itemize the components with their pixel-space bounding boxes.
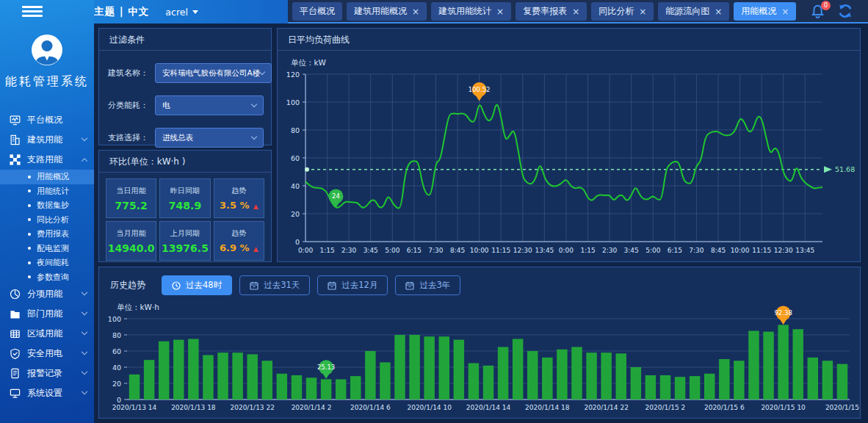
close-icon[interactable]: × [412,7,419,16]
refresh-icon[interactable] [837,3,853,21]
chevron-down-icon [251,101,257,107]
sidebar-item-subitem-energy[interactable]: 分项用能 [0,284,94,304]
close-icon[interactable]: × [572,7,579,16]
tab-energy-overview[interactable]: 用能概况 × [734,2,796,21]
energy-type-label: 分类能耗： [108,100,155,111]
building-name-select[interactable]: 安科瑞电气股份有限公司A楼 [155,63,272,83]
clock-icon [172,281,181,290]
filter-row-circuit: 支路选择： 进线总表 [108,128,264,148]
sidebar-item-electrical-safety[interactable]: 安全用电 [0,344,94,364]
hamburger-menu-icon[interactable] [22,6,43,18]
branch-submenu: 用能概况 用能统计 数据集抄 同比分析 费用报表 配电监测 夜间能耗 参数查询 [0,170,94,284]
tab-platform-overview[interactable]: 平台概况 [292,2,342,21]
tab-energy-flow-diagram[interactable]: 能源流向图 × [658,2,729,21]
submenu-item-parameter-query[interactable]: 参数查询 [0,270,94,285]
sidebar-item-region-energy[interactable]: 区域用能 [0,324,94,344]
circuit-select[interactable]: 进线总表 [155,128,264,148]
submenu-item-night-energy[interactable]: 夜间能耗 [0,256,94,270]
load-curve-chart: 0:001:152:303:455:006:157:308:4510:0011:… [281,68,859,261]
svg-text:1:15: 1:15 [580,247,595,254]
submenu-item-distribution-monitor[interactable]: 配电监测 [0,242,94,256]
user-dropdown[interactable]: acrel [165,7,198,18]
submenu-item-energy-statistics[interactable]: 用能统计 [0,184,94,199]
sidebar-item-platform-overview[interactable]: 平台概况 [0,110,94,130]
sidebar-item-branch-energy[interactable]: 支路用能 [0,150,94,170]
chevron-down-icon [251,134,257,140]
bullet-icon [28,218,31,221]
app-title: 能耗管理系统 [0,74,94,90]
notification-bell-icon[interactable]: 0 [810,4,825,21]
svg-text:60: 60 [291,154,300,162]
tab-building-energy-overview[interactable]: 建筑用能概况 × [347,2,427,21]
pie-icon [10,289,21,300]
svg-text:7:30: 7:30 [428,247,443,254]
svg-text:25.13: 25.13 [317,364,335,371]
svg-text:40: 40 [112,364,121,372]
calendar-icon [250,281,258,290]
tab-building-energy-statistics[interactable]: 建筑用能统计 × [431,2,511,21]
svg-text:2020/1/13 18: 2020/1/13 18 [171,404,216,411]
sidebar-item-system-settings[interactable]: 系统设置 [0,383,94,403]
chevron-down-icon [82,308,87,314]
svg-text:3:45: 3:45 [624,247,639,254]
tab-yoy-analysis[interactable]: 同比分析 × [591,2,654,21]
range-button-31d[interactable]: 过去31天 [239,275,310,295]
svg-text:80: 80 [291,126,300,134]
svg-text:92.38: 92.38 [774,309,792,317]
svg-text:2:30: 2:30 [341,247,356,254]
sidebar-item-alarm-records[interactable]: 报警记录 [0,364,94,383]
sidebar-item-building-energy[interactable]: 建筑用能 [0,130,94,150]
ring-panel-title: 环比(单位：kW·h ) [99,151,271,173]
svg-text:0:00: 0:00 [559,247,574,254]
tab-tariff-report[interactable]: 复费率报表 × [516,2,587,21]
svg-text:51.68: 51.68 [835,165,855,173]
topbar-actions: 0 [810,2,868,21]
svg-text:2020/1/14 6: 2020/1/14 6 [350,404,391,411]
filter-row-energy-type: 分类能耗： 电 [108,95,264,115]
filter-row-building: 建筑名称： 安科瑞电气股份有限公司A楼 [108,63,264,83]
monitor-icon [10,115,21,126]
svg-text:13:45: 13:45 [795,247,814,254]
sidebar-item-department-energy[interactable]: 部门用能 [0,304,94,324]
range-button-12m[interactable]: 过去12月 [317,275,388,295]
svg-text:1:15: 1:15 [319,247,334,254]
range-button-3y[interactable]: 过去3年 [395,275,460,295]
load-curve-title: 日平均负荷曲线 [278,29,860,51]
svg-text:5:00: 5:00 [645,247,660,254]
submenu-item-cost-report[interactable]: 费用报表 [0,227,94,242]
svg-text:0: 0 [295,238,300,246]
theme-language-switcher[interactable]: 主题 | 中文 [94,5,149,18]
close-icon[interactable]: × [781,7,789,16]
svg-text:12:30: 12:30 [774,247,793,254]
svg-text:11:15: 11:15 [752,247,771,254]
submenu-item-data-collection[interactable]: 数据集抄 [0,198,94,213]
svg-text:6:15: 6:15 [407,247,422,254]
energy-type-select[interactable]: 电 [155,95,264,115]
close-icon[interactable]: × [496,7,504,16]
history-title: 历史趋势 [110,279,145,292]
bullet-icon [28,189,31,192]
svg-text:2020/1/15 10: 2020/1/15 10 [761,404,806,411]
svg-text:20: 20 [112,380,121,388]
history-trend-panel: 历史趋势 过去48时 过去31天 过去12月 过去3年 单位：kW·h 0204… [98,267,861,419]
svg-text:11:15: 11:15 [491,247,510,254]
notification-badge: 0 [821,1,831,10]
submenu-item-yoy-analysis[interactable]: 同比分析 [0,213,94,228]
range-button-48h[interactable]: 过去48时 [162,275,232,295]
svg-text:100: 100 [108,315,121,323]
bullet-icon [28,233,31,236]
svg-text:2020/1/13 22: 2020/1/13 22 [230,404,274,411]
svg-text:8:45: 8:45 [711,247,726,254]
avatar [31,34,63,66]
svg-text:10:00: 10:00 [731,247,750,254]
region-icon [10,328,21,339]
submenu-item-energy-overview[interactable]: 用能概况 [0,170,94,184]
close-icon[interactable]: × [715,7,722,16]
close-icon[interactable]: × [639,7,646,16]
cell-yesterday-energy: 昨日同期 748.9 [159,178,210,218]
ring-comparison-table: 当日用能 775.2 昨日同期 748.9 趋势 3.5 %▲ 当月用能 149… [106,178,264,261]
chevron-down-icon [82,388,87,394]
filter-panel-title: 过滤条件 [99,29,271,51]
ring-comparison-panel: 环比(单位：kW·h ) 当日用能 775.2 昨日同期 748.9 趋势 3.… [98,150,272,262]
trend-up-icon: ▲ [253,245,258,253]
